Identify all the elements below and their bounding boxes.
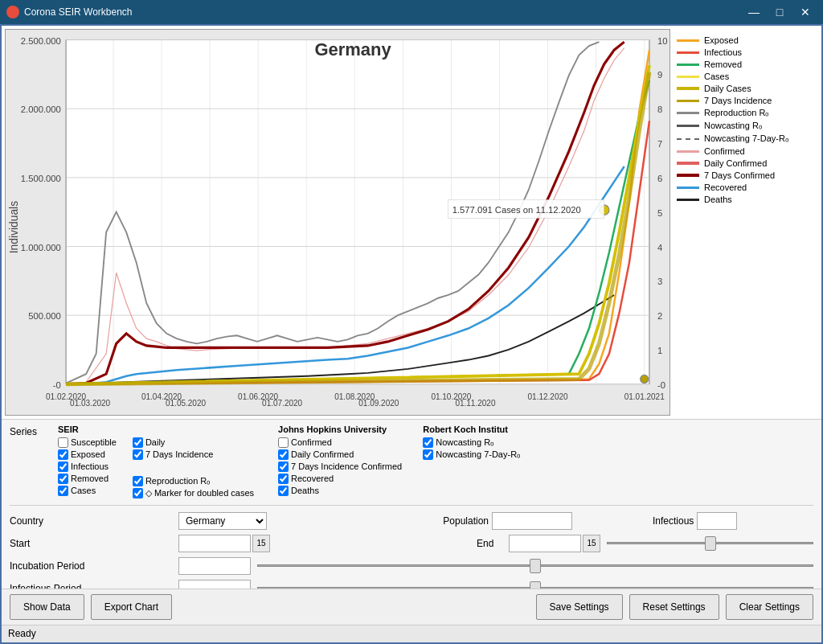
svg-text:5: 5 (657, 208, 662, 218)
app-title: Corona SEIR Workbench (24, 6, 133, 18)
cb-daily-label: Daily (145, 437, 165, 447)
svg-text:01.01.2021: 01.01.2021 (624, 392, 665, 401)
cb-jhu-7days-label: 7 Days Incidence Confirmed (291, 461, 402, 471)
cb-rki-nowcast-7day[interactable]: Nowcasting 7-Day-R₀ (423, 449, 520, 460)
status-text: Ready (8, 628, 36, 639)
infectious-period-row: Infectious Period 2,9 (10, 580, 813, 589)
cb-jhu-7days-input[interactable] (278, 461, 289, 472)
start-date-picker[interactable]: 15 (252, 535, 270, 552)
legend-panel: ExposedInfectiousRemovedCasesDaily Cases… (674, 29, 818, 416)
cb-daily[interactable]: Daily (133, 437, 254, 448)
cb-removed[interactable]: Removed (58, 474, 117, 484)
country-label: Country (10, 515, 178, 527)
cb-jhu-deaths-input[interactable] (278, 486, 289, 496)
cb-rki-nowcast-7day-label: Nowcasting 7-Day-R₀ (436, 449, 520, 460)
cb-jhu-recovered[interactable]: Recovered (278, 474, 402, 484)
cb-jhu-confirmed-input[interactable] (278, 437, 289, 448)
maximize-button[interactable]: □ (768, 3, 791, 21)
infectious-period-label: Infectious Period (10, 583, 178, 589)
legend-color-line (677, 125, 699, 127)
legend-item: Infectious (677, 47, 815, 57)
cb-exposed-label: Exposed (71, 449, 105, 459)
cb-7days-incidence-label: 7 Days Incidence (145, 449, 213, 459)
cb-jhu-recovered-label: Recovered (291, 474, 334, 483)
incubation-slider[interactable] (257, 558, 813, 574)
svg-text:500.000: 500.000 (28, 311, 61, 321)
legend-item: 7 Days Confirmed (677, 170, 815, 180)
svg-text:01.11.2020: 01.11.2020 (455, 399, 495, 408)
legend-color-line (677, 87, 699, 90)
infectious-period-slider[interactable] (257, 580, 813, 589)
cb-susceptible[interactable]: Susceptible (58, 437, 117, 448)
start-date-input[interactable]: 27.01.2020 (178, 535, 251, 552)
cb-marker-label: ◇ Marker for doubled cases (145, 488, 254, 498)
cb-7days-incidence-input[interactable] (133, 449, 143, 460)
infectious-input[interactable]: 1 (697, 512, 737, 530)
end-date-picker[interactable]: 15 (583, 535, 600, 552)
start-end-row: Start 27.01.2020 15 End 31.12.2020 15 (10, 535, 813, 552)
population-label: Population (428, 515, 492, 527)
end-date-group: 31.12.2020 15 (509, 535, 600, 552)
chart-container: Germany Individuals -0 500.000 (5, 29, 670, 416)
reset-settings-button[interactable]: Reset Settings (629, 594, 719, 620)
show-data-button[interactable]: Show Data (10, 594, 84, 620)
cb-infectious[interactable]: Infectious (58, 461, 117, 472)
cb-jhu-deaths[interactable]: Deaths (278, 486, 402, 496)
cb-7days-incidence[interactable]: 7 Days Incidence (133, 449, 254, 460)
cb-jhu-confirmed-label: Confirmed (291, 437, 332, 447)
cb-removed-input[interactable] (58, 474, 68, 484)
svg-text:2.000.000: 2.000.000 (21, 105, 61, 114)
svg-text:01.07.2020: 01.07.2020 (262, 399, 302, 408)
cb-marker[interactable]: ◇ Marker for doubled cases (133, 488, 254, 498)
legend-item: Daily Confirmed (677, 158, 815, 168)
population-input[interactable]: 83,132,799 (492, 512, 572, 530)
seir-right-group: Daily 7 Days Incidence Reproduction R₀ ◇… (133, 425, 254, 498)
cb-r0[interactable]: Reproduction R₀ (133, 476, 254, 486)
svg-text:1.500.000: 1.500.000 (21, 174, 61, 183)
cb-rki-nowcast-label: Nowcasting R₀ (436, 437, 493, 448)
end-date-input[interactable]: 31.12.2020 (509, 535, 581, 552)
clear-settings-button[interactable]: Clear Settings (726, 594, 813, 620)
svg-text:10: 10 (657, 36, 668, 46)
svg-text:2.500.000: 2.500.000 (21, 36, 61, 46)
legend-color-line (677, 112, 699, 114)
infectious-label: Infectious (653, 515, 697, 527)
legend-item: Confirmed (677, 146, 815, 156)
svg-text:01.05.2020: 01.05.2020 (166, 399, 206, 408)
cb-jhu-7days[interactable]: 7 Days Incidence Confirmed (278, 461, 402, 472)
cb-rki-nowcast-7day-input[interactable] (423, 449, 433, 460)
cb-cases[interactable]: Cases (58, 486, 117, 496)
cb-exposed[interactable]: Exposed (58, 449, 117, 460)
country-select[interactable]: Germany France Italy Spain USA UK (178, 512, 267, 530)
svg-text:2: 2 (657, 311, 662, 321)
jhu-group: Johns Hopkins University Confirmed Daily… (278, 425, 402, 498)
cb-jhu-daily-confirmed-input[interactable] (278, 449, 289, 460)
export-chart-button[interactable]: Export Chart (91, 594, 172, 620)
legend-color-line (677, 150, 699, 153)
cb-jhu-daily-confirmed[interactable]: Daily Confirmed (278, 449, 402, 460)
cb-r0-input[interactable] (133, 476, 143, 486)
legend-color-line (677, 199, 699, 201)
cb-susceptible-input[interactable] (58, 437, 68, 448)
infectious-period-input[interactable]: 2,9 (178, 580, 251, 589)
save-settings-button[interactable]: Save Settings (536, 594, 623, 620)
cb-infectious-input[interactable] (58, 461, 68, 472)
cb-marker-input[interactable] (133, 488, 143, 498)
incubation-input[interactable]: 5,2 (178, 557, 251, 575)
cb-rki-nowcast-input[interactable] (423, 437, 433, 448)
cb-exposed-input[interactable] (58, 449, 68, 460)
close-button[interactable]: ✕ (794, 3, 817, 21)
legend-item: Removed (677, 59, 815, 69)
cb-jhu-confirmed[interactable]: Confirmed (278, 437, 402, 448)
svg-text:1.577.091 Cases on 11.12.2020: 1.577.091 Cases on 11.12.2020 (452, 205, 581, 215)
cb-rki-nowcast[interactable]: Nowcasting R₀ (423, 437, 520, 448)
cb-cases-input[interactable] (58, 486, 68, 496)
end-date-slider[interactable] (607, 535, 813, 552)
cb-jhu-recovered-input[interactable] (278, 474, 289, 484)
chart-title: Germany (314, 39, 391, 60)
controls-area: Series SEIR Susceptible Exposed Infectio… (2, 420, 821, 589)
cb-daily-input[interactable] (133, 437, 143, 448)
legend-item-label: Cases (704, 72, 729, 81)
minimize-button[interactable]: — (743, 3, 765, 21)
svg-text:1: 1 (657, 346, 662, 355)
